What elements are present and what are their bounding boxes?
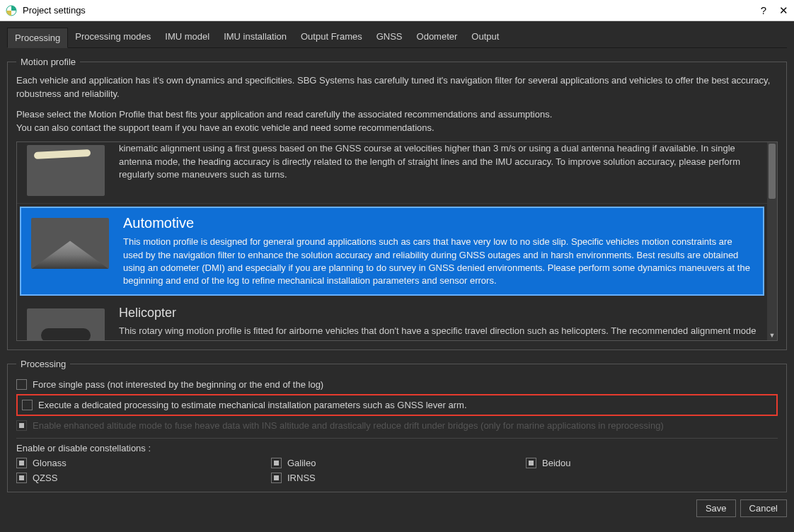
constellation-galileo[interactable]: Galileo (271, 458, 512, 468)
motion-profile-thumb-automotive (31, 218, 109, 269)
save-button[interactable]: Save (696, 499, 736, 517)
tab-odometer[interactable]: Odometer (410, 27, 465, 47)
check-label: Force single pass (not interested by the… (33, 379, 323, 390)
tab-imu-installation[interactable]: IMU installation (217, 27, 294, 47)
motion-profile-desc: kinematic alignment using a first guess … (119, 142, 757, 181)
tab-output-frames[interactable]: Output Frames (294, 27, 369, 47)
checkbox-irnss[interactable] (271, 473, 282, 483)
check-label: Execute a dedicated processing to estima… (38, 400, 467, 410)
checkbox-qzss[interactable] (16, 473, 27, 483)
help-button[interactable]: ? (761, 4, 766, 16)
processing-legend: Processing (16, 359, 70, 369)
motion-profile-automotive[interactable]: AutomotiveThis motion profile is designe… (20, 207, 764, 296)
motion-profile-intro-2: Please select the Motion Profile that be… (16, 108, 778, 135)
motion-profile-legend: Motion profile (16, 57, 80, 67)
checkbox-single-pass[interactable] (16, 379, 27, 390)
close-button[interactable]: ✕ (779, 4, 788, 17)
constellations-label: Enable or disable constellations : (16, 443, 778, 453)
checkbox-enhanced-alt (16, 420, 27, 431)
motion-profile-list: kinematic alignment using a first guess … (16, 141, 778, 341)
processing-group: Processing Force single pass (not intere… (7, 359, 787, 492)
motion-profile-title: Helicopter (119, 306, 757, 320)
divider (16, 438, 778, 439)
checkbox-lever-arm[interactable] (22, 400, 33, 410)
motion-profile-desc: This rotary wing motion profile is fitte… (119, 325, 757, 340)
motion-profile-thumb-airplane (27, 145, 105, 196)
motion-profile-airplane[interactable]: kinematic alignment using a first guess … (17, 142, 767, 204)
check-lever-arm[interactable]: Execute a dedicated processing to estima… (16, 394, 778, 416)
scroll-thumb[interactable] (769, 144, 776, 199)
constellation-beidou[interactable]: Beidou (526, 458, 766, 468)
constellation-label: Glonass (33, 458, 67, 468)
motion-profile-title: Automotive (123, 215, 753, 231)
motion-profile-group: Motion profile Each vehicle and applicat… (7, 57, 787, 350)
scrollbar[interactable]: ▲ ▼ (767, 142, 777, 340)
constellation-qzss[interactable]: QZSS (16, 473, 257, 483)
motion-profile-desc: This motion profile is designed for gene… (123, 236, 753, 287)
tab-imu-model[interactable]: IMU model (158, 27, 217, 47)
constellation-label: Galileo (287, 458, 316, 468)
titlebar: Project settings ? ✕ (0, 0, 794, 21)
tabs-bar: ProcessingProcessing modesIMU modelIMU i… (7, 27, 787, 48)
motion-profile-thumb-helicopter (27, 308, 105, 340)
checkbox-beidou[interactable] (526, 458, 536, 468)
checkbox-galileo[interactable] (271, 458, 282, 468)
checkbox-glonass[interactable] (16, 458, 27, 468)
window-title: Project settings (23, 5, 761, 16)
constellation-glonass[interactable]: Glonass (16, 458, 257, 468)
motion-profile-helicopter[interactable]: HelicopterThis rotary wing motion profil… (17, 299, 767, 340)
constellation-label: Beidou (542, 458, 570, 468)
scroll-down-icon[interactable]: ▼ (767, 330, 777, 340)
tab-output[interactable]: Output (464, 27, 506, 47)
cancel-button[interactable]: Cancel (740, 499, 787, 517)
constellation-label: IRNSS (287, 473, 316, 483)
app-icon (6, 5, 17, 16)
tab-gnss[interactable]: GNSS (369, 27, 410, 47)
check-label: Enable enhanced altitude mode to fuse he… (33, 420, 664, 431)
motion-profile-intro-1: Each vehicle and application has it's ow… (16, 74, 778, 101)
constellation-irnss[interactable]: IRNSS (271, 473, 512, 483)
check-enhanced-alt: Enable enhanced altitude mode to fuse he… (16, 417, 778, 434)
constellation-label: QZSS (33, 473, 57, 483)
tab-processing-modes[interactable]: Processing modes (68, 27, 158, 47)
tab-processing[interactable]: Processing (7, 28, 68, 48)
check-single-pass[interactable]: Force single pass (not interested by the… (16, 376, 778, 393)
